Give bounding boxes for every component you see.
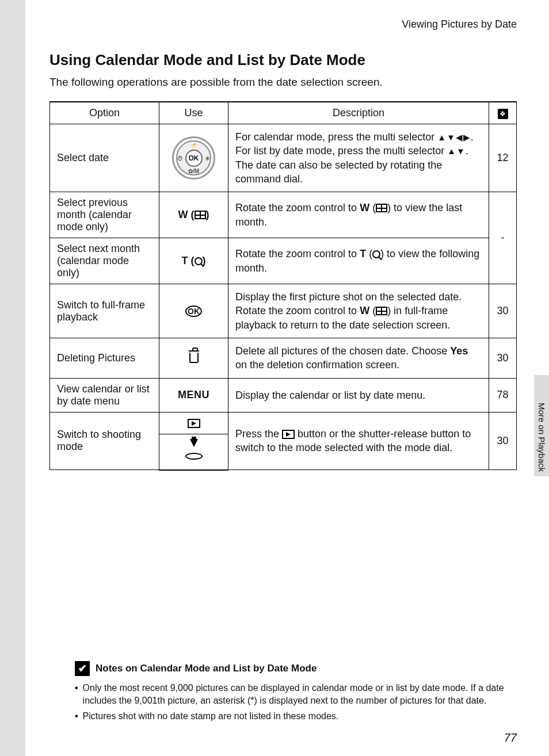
notes-title-text: Notes on Calendar Mode and List by Date … [96,663,317,674]
checkmark-icon: ✔ [75,661,90,676]
w-label: W [360,305,369,316]
text: Delete all pictures of the chosen date. … [235,345,450,357]
arrows-2way-icon: ▲▼ [447,146,466,156]
cell-page: - [489,192,517,284]
cell-option: Select previous month (calendar mode onl… [50,192,159,238]
cell-use: W () [159,192,228,238]
cell-use: MENU [159,378,228,412]
cell-desc: For calendar mode, press the multi selec… [228,124,489,192]
cell-page: 30 [489,412,517,470]
page-number: 77 [504,731,517,744]
cell-desc: Display the calendar or list by date men… [228,378,489,412]
multi-selector-icon: ⚡✿/M⏱☀ OK [172,136,215,180]
manual-page: Viewing Pictures by Date Using Calendar … [25,0,549,756]
th-description: Description [228,102,489,124]
shutter-icon [182,439,205,462]
cell-use [159,338,228,379]
text: The date can also be selected by rotatin… [235,159,442,185]
page-ref-icon: ❖ [498,109,508,119]
th-use: Use [159,102,228,124]
text: ( [369,202,376,213]
ok-button-icon: OK [185,306,202,317]
cell-desc: Rotate the zoom control to T () to view … [228,238,489,284]
text: Rotate the zoom control to [235,248,360,259]
note-item: Pictures shot with no date stamp are not… [75,710,529,723]
notes-section: ✔ Notes on Calendar Mode and List by Dat… [75,661,529,725]
thumbnail-icon [376,307,387,315]
t-label: T [182,255,188,266]
cell-desc: Press the button or the shutter-release … [228,412,489,470]
note-text: Pictures shot with no date stamp are not… [83,710,339,723]
cell-page: 78 [489,378,517,412]
text: on the deletion confirmation screen. [235,359,399,371]
cell-page: 30 [489,284,517,338]
t-label: T [360,248,366,259]
w-label: W [360,202,369,213]
text: . [471,131,474,143]
table-header-row: Option Use Description ❖ [50,102,517,124]
cell-option: View calendar or list by date menu [50,378,159,412]
text: Rotate the zoom control to [235,202,360,213]
playback-icon [282,430,295,439]
section-header: Viewing Pictures by Date [49,18,517,30]
table-row: Deleting Pictures Delete all pictures of… [50,338,517,379]
text: . [466,145,468,156]
cell-option: Switch to full-frame playback [50,284,159,338]
operations-table: Option Use Description ❖ Select date ⚡✿/… [49,101,517,471]
page-title: Using Calendar Mode and List by Date Mod… [49,51,517,69]
cell-use [159,434,228,470]
cell-use: ⚡✿/M⏱☀ OK [159,124,228,192]
text: Rotate the zoom control to [235,305,360,316]
th-option: Option [50,102,159,124]
thumbnail-icon [195,211,206,219]
yes-label: Yes [450,345,468,357]
cell-option: Switch to shooting mode [50,412,159,470]
text: Display the first picture shot on the se… [235,291,462,303]
table-row: View calendar or list by date menu MENU … [50,378,517,412]
note-item: Only the most recent 9,000 pictures can … [75,682,529,708]
cell-option: Select date [50,124,159,192]
cell-page: 12 [489,124,517,192]
table-row: Select previous month (calendar mode onl… [50,192,517,238]
table-row: Switch to shooting mode Press the button… [50,412,517,434]
cell-use: OK [159,284,228,338]
th-page: ❖ [489,102,517,124]
text: For calendar mode, press the multi selec… [235,131,437,143]
w-label: W [178,209,188,220]
sidebar-label: More on Playback [537,403,547,472]
thumbnail-icon [376,204,387,212]
cell-desc: Delete all pictures of the chosen date. … [228,338,489,379]
magnify-icon [195,257,203,265]
cell-option: Deleting Pictures [50,338,159,379]
table-row: Select date ⚡✿/M⏱☀ OK For calendar mode,… [50,124,517,192]
text: Press the [235,428,282,440]
text: For list by date mode, press the multi s… [235,145,447,156]
cell-use [159,412,228,434]
intro-text: The following operations are possible fr… [49,76,517,89]
cell-option: Select next month (calendar mode only) [50,238,159,284]
text: ( [366,248,372,259]
table-row: Select next month (calendar mode only) T… [50,238,517,284]
cell-use: T () [159,238,228,284]
notes-heading: ✔ Notes on Calendar Mode and List by Dat… [75,661,529,676]
cell-desc: Rotate the zoom control to W () to view … [228,192,489,238]
cell-desc: Display the first picture shot on the se… [228,284,489,338]
note-text: Only the most recent 9,000 pictures can … [83,682,529,708]
text: ( [369,305,376,316]
cell-page: 30 [489,338,517,379]
playback-icon [188,419,200,428]
ok-button-icon: OK [185,150,203,167]
arrows-4way-icon: ▲▼◀▶ [437,132,471,142]
table-row: Switch to full-frame playback OK Display… [50,284,517,338]
magnify-icon [372,250,380,258]
trash-icon [189,353,199,363]
